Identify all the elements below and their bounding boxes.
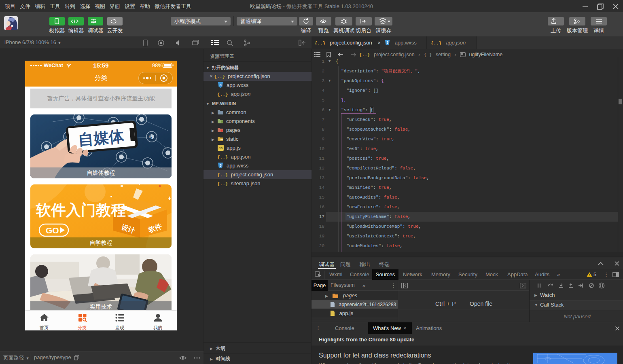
svg-text:!: !	[589, 273, 590, 277]
svg-text:3: 3	[219, 83, 221, 87]
svg-text:GO: GO	[46, 226, 59, 235]
svg-text:3: 3	[219, 163, 221, 167]
svg-text:$: $	[149, 135, 152, 140]
svg-text:软件入门教程: 软件入门教程	[36, 202, 126, 218]
svg-text:3: 3	[386, 40, 388, 44]
svg-text:JS: JS	[219, 146, 223, 150]
